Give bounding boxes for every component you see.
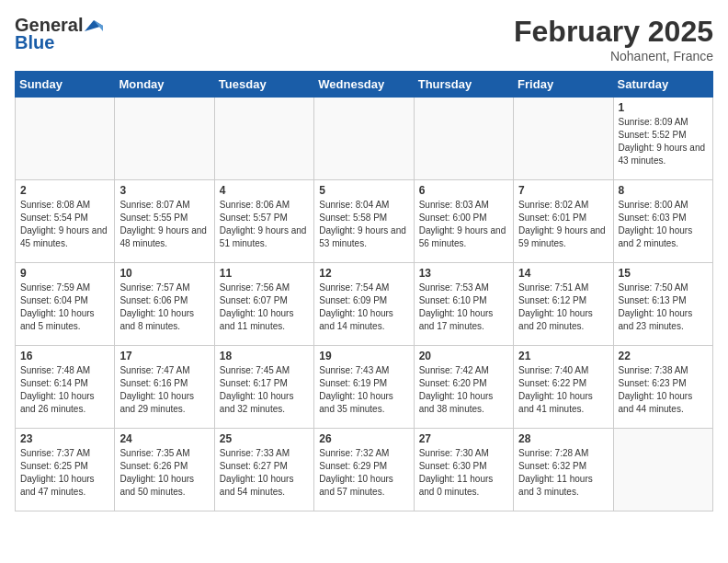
calendar-cell: 7Sunrise: 8:02 AM Sunset: 6:01 PM Daylig… (514, 180, 613, 263)
day-number: 12 (319, 267, 408, 280)
calendar-week-row: 16Sunrise: 7:48 AM Sunset: 6:14 PM Dayli… (16, 346, 713, 429)
day-info: Sunrise: 7:59 AM Sunset: 6:04 PM Dayligh… (20, 282, 109, 333)
day-number: 27 (419, 432, 508, 445)
day-info: Sunrise: 8:07 AM Sunset: 5:55 PM Dayligh… (119, 199, 209, 250)
logo-icon (85, 18, 103, 33)
day-number: 5 (319, 184, 408, 197)
title-block: February 2025 Nohanent, France (514, 15, 713, 63)
day-number: 19 (319, 350, 408, 362)
day-number: 11 (220, 267, 309, 280)
weekday-header-row: SundayMondayTuesdayWednesdayThursdayFrid… (16, 72, 713, 98)
weekday-header: Saturday (613, 72, 712, 98)
calendar-cell: 11Sunrise: 7:56 AM Sunset: 6:07 PM Dayli… (214, 263, 313, 346)
day-number: 25 (220, 432, 309, 445)
weekday-header: Friday (514, 72, 613, 98)
day-number: 4 (220, 184, 309, 197)
day-info: Sunrise: 7:47 AM Sunset: 6:16 PM Dayligh… (119, 364, 209, 416)
calendar-cell: 27Sunrise: 7:30 AM Sunset: 6:30 PM Dayli… (414, 429, 513, 511)
calendar-cell: 14Sunrise: 7:51 AM Sunset: 6:12 PM Dayli… (514, 263, 613, 346)
day-info: Sunrise: 7:30 AM Sunset: 6:30 PM Dayligh… (419, 447, 508, 499)
calendar-cell (514, 98, 613, 180)
day-number: 9 (20, 267, 109, 280)
day-number: 18 (220, 350, 309, 362)
day-info: Sunrise: 8:02 AM Sunset: 6:01 PM Dayligh… (518, 199, 608, 250)
calendar-cell (314, 98, 414, 180)
day-info: Sunrise: 7:53 AM Sunset: 6:10 PM Dayligh… (419, 282, 508, 333)
day-info: Sunrise: 7:48 AM Sunset: 6:14 PM Dayligh… (20, 364, 109, 416)
day-number: 23 (20, 432, 109, 445)
day-info: Sunrise: 7:57 AM Sunset: 6:06 PM Dayligh… (119, 282, 209, 333)
day-info: Sunrise: 8:09 AM Sunset: 5:52 PM Dayligh… (619, 116, 708, 167)
day-info: Sunrise: 8:03 AM Sunset: 6:00 PM Dayligh… (419, 199, 508, 250)
day-info: Sunrise: 8:00 AM Sunset: 6:03 PM Dayligh… (619, 199, 708, 250)
calendar: SundayMondayTuesdayWednesdayThursdayFrid… (15, 71, 713, 511)
day-number: 7 (518, 184, 608, 197)
day-number: 24 (119, 432, 209, 445)
day-info: Sunrise: 7:50 AM Sunset: 6:13 PM Dayligh… (619, 282, 708, 333)
calendar-cell (115, 98, 214, 180)
calendar-cell: 21Sunrise: 7:40 AM Sunset: 6:22 PM Dayli… (514, 346, 613, 429)
day-info: Sunrise: 8:04 AM Sunset: 5:58 PM Dayligh… (319, 199, 408, 250)
day-info: Sunrise: 7:45 AM Sunset: 6:17 PM Dayligh… (220, 364, 309, 416)
day-info: Sunrise: 7:43 AM Sunset: 6:19 PM Dayligh… (319, 364, 408, 416)
calendar-cell: 2Sunrise: 8:08 AM Sunset: 5:54 PM Daylig… (16, 180, 115, 263)
day-info: Sunrise: 7:28 AM Sunset: 6:32 PM Dayligh… (518, 447, 608, 499)
calendar-cell: 15Sunrise: 7:50 AM Sunset: 6:13 PM Dayli… (613, 263, 712, 346)
day-number: 14 (518, 267, 608, 280)
calendar-cell: 18Sunrise: 7:45 AM Sunset: 6:17 PM Dayli… (214, 346, 313, 429)
month-title: February 2025 (514, 15, 713, 49)
day-number: 15 (619, 267, 708, 280)
location-title: Nohanent, France (514, 49, 713, 63)
calendar-cell: 25Sunrise: 7:33 AM Sunset: 6:27 PM Dayli… (214, 429, 313, 511)
weekday-header: Wednesday (314, 72, 414, 98)
day-info: Sunrise: 7:42 AM Sunset: 6:20 PM Dayligh… (419, 364, 508, 416)
day-number: 28 (518, 432, 608, 445)
day-number: 16 (20, 350, 109, 362)
day-info: Sunrise: 7:33 AM Sunset: 6:27 PM Dayligh… (220, 447, 309, 499)
weekday-header: Monday (115, 72, 214, 98)
calendar-cell: 24Sunrise: 7:35 AM Sunset: 6:26 PM Dayli… (115, 429, 214, 511)
day-info: Sunrise: 8:08 AM Sunset: 5:54 PM Dayligh… (20, 199, 109, 250)
day-number: 10 (119, 267, 209, 280)
weekday-header: Sunday (16, 72, 115, 98)
day-info: Sunrise: 7:56 AM Sunset: 6:07 PM Dayligh… (220, 282, 309, 333)
day-number: 2 (20, 184, 109, 197)
calendar-cell: 28Sunrise: 7:28 AM Sunset: 6:32 PM Dayli… (514, 429, 613, 511)
calendar-cell: 26Sunrise: 7:32 AM Sunset: 6:29 PM Dayli… (314, 429, 414, 511)
calendar-cell: 6Sunrise: 8:03 AM Sunset: 6:00 PM Daylig… (414, 180, 513, 263)
calendar-cell: 23Sunrise: 7:37 AM Sunset: 6:25 PM Dayli… (16, 429, 115, 511)
calendar-cell: 20Sunrise: 7:42 AM Sunset: 6:20 PM Dayli… (414, 346, 513, 429)
calendar-cell (214, 98, 313, 180)
logo: General Blue (15, 15, 105, 53)
calendar-week-row: 9Sunrise: 7:59 AM Sunset: 6:04 PM Daylig… (16, 263, 713, 346)
day-info: Sunrise: 7:37 AM Sunset: 6:25 PM Dayligh… (20, 447, 109, 499)
day-number: 6 (419, 184, 508, 197)
weekday-header: Tuesday (214, 72, 313, 98)
day-info: Sunrise: 7:35 AM Sunset: 6:26 PM Dayligh… (119, 447, 209, 499)
logo-blue: Blue (15, 32, 54, 53)
day-number: 22 (619, 350, 708, 362)
calendar-cell: 9Sunrise: 7:59 AM Sunset: 6:04 PM Daylig… (16, 263, 115, 346)
day-number: 13 (419, 267, 508, 280)
day-number: 17 (119, 350, 209, 362)
calendar-cell: 22Sunrise: 7:38 AM Sunset: 6:23 PM Dayli… (613, 346, 712, 429)
day-info: Sunrise: 7:38 AM Sunset: 6:23 PM Dayligh… (619, 364, 708, 416)
calendar-cell: 17Sunrise: 7:47 AM Sunset: 6:16 PM Dayli… (115, 346, 214, 429)
day-number: 20 (419, 350, 508, 362)
calendar-cell: 4Sunrise: 8:06 AM Sunset: 5:57 PM Daylig… (214, 180, 313, 263)
calendar-cell: 3Sunrise: 8:07 AM Sunset: 5:55 PM Daylig… (115, 180, 214, 263)
day-number: 3 (119, 184, 209, 197)
day-info: Sunrise: 8:06 AM Sunset: 5:57 PM Dayligh… (220, 199, 309, 250)
calendar-cell: 1Sunrise: 8:09 AM Sunset: 5:52 PM Daylig… (613, 98, 712, 180)
calendar-week-row: 1Sunrise: 8:09 AM Sunset: 5:52 PM Daylig… (16, 98, 713, 180)
calendar-cell (613, 429, 712, 511)
day-number: 21 (518, 350, 608, 362)
calendar-cell: 13Sunrise: 7:53 AM Sunset: 6:10 PM Dayli… (414, 263, 513, 346)
day-info: Sunrise: 7:51 AM Sunset: 6:12 PM Dayligh… (518, 282, 608, 333)
calendar-cell: 12Sunrise: 7:54 AM Sunset: 6:09 PM Dayli… (314, 263, 414, 346)
calendar-cell (414, 98, 513, 180)
calendar-cell: 16Sunrise: 7:48 AM Sunset: 6:14 PM Dayli… (16, 346, 115, 429)
day-info: Sunrise: 7:32 AM Sunset: 6:29 PM Dayligh… (319, 447, 408, 499)
calendar-cell (16, 98, 115, 180)
day-info: Sunrise: 7:40 AM Sunset: 6:22 PM Dayligh… (518, 364, 608, 416)
